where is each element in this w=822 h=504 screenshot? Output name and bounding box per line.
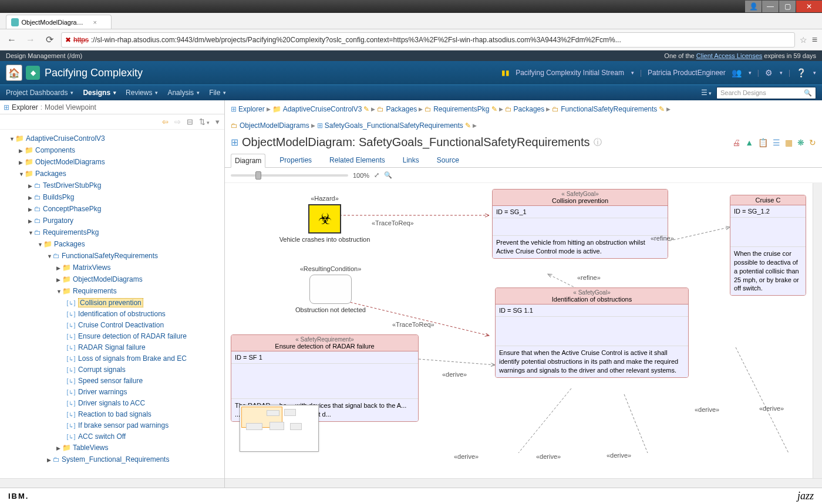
- refresh-icon[interactable]: ↻: [809, 138, 816, 147]
- vertical-scrollbar[interactable]: [813, 183, 822, 478]
- tree-tableviews[interactable]: ▶📁TableViews: [2, 442, 222, 454]
- tree-req-item[interactable]: [↳]ACC switch Off: [2, 431, 222, 442]
- chevron-down-icon[interactable]: ▾: [780, 70, 783, 76]
- tree-omd[interactable]: ▶📁ObjectModelDiagrams: [2, 157, 222, 168]
- tree-components[interactable]: ▶📁Components: [2, 145, 222, 157]
- info-icon[interactable]: ⓘ: [594, 137, 602, 148]
- horizontal-scrollbar[interactable]: [225, 478, 822, 488]
- tab-close-icon[interactable]: ×: [93, 19, 97, 26]
- view-menu-icon[interactable]: ☰▾: [701, 89, 712, 97]
- tab-links[interactable]: Links: [399, 154, 423, 167]
- tree-omd2[interactable]: ▶📁ObjectModelDiagrams: [2, 274, 222, 286]
- properties-icon[interactable]: ▦: [785, 138, 793, 147]
- sidebar-view-icon[interactable]: ⊞: [4, 103, 9, 111]
- help-icon[interactable]: ❔: [796, 68, 806, 77]
- sidebar-hscrollbar[interactable]: [0, 478, 224, 488]
- triangle-icon[interactable]: ▲: [745, 138, 753, 147]
- diagram-area[interactable]: «Hazard» ☣ Vehicle crashes into obstruct…: [225, 182, 822, 488]
- condition-node[interactable]: «ResultingCondition» Obstruction not det…: [284, 265, 378, 313]
- explorer-label[interactable]: Explorer: [12, 103, 38, 111]
- close-button[interactable]: ✕: [796, 1, 822, 12]
- tree-fsr[interactable]: ▼🗀FunctionalSafetyRequirements: [2, 251, 222, 262]
- tree-requirementspkg[interactable]: ▼🗀RequirementsPkg: [2, 227, 222, 239]
- list-icon[interactable]: ☰: [773, 138, 780, 147]
- zoom-slider[interactable]: [231, 174, 348, 177]
- sort-icon[interactable]: ⇅▾: [199, 117, 210, 126]
- back-button[interactable]: ←: [5, 33, 19, 47]
- zoom-magnify-icon[interactable]: 🔍: [384, 171, 392, 179]
- slider-thumb[interactable]: [255, 171, 261, 180]
- tree-pkg-item[interactable]: ▶🗀Purgatory: [2, 215, 222, 227]
- tree-req-item[interactable]: [↳]Identification of obstructions: [2, 309, 222, 320]
- tree-req-item[interactable]: [↳]Loss of signals from Brake and EC: [2, 353, 222, 364]
- bc-item[interactable]: SafetyGoals_FunctionalSafetyRequirements: [325, 119, 463, 132]
- viewpoint-label[interactable]: Model Viewpoint: [45, 103, 96, 111]
- collapse-icon[interactable]: ⊟: [187, 117, 193, 126]
- tree-req-item[interactable]: [↳]RADAR Signal failure: [2, 342, 222, 353]
- reload-button[interactable]: ⟳: [42, 33, 56, 47]
- search-input[interactable]: Search Designs 🔍: [716, 87, 816, 99]
- tree-pkg-item[interactable]: ▶🗀ConceptPhasePkg: [2, 204, 222, 215]
- menu-designs[interactable]: Designs▾: [83, 89, 116, 97]
- edit-icon[interactable]: ✎: [659, 103, 665, 116]
- copy-icon[interactable]: 📋: [758, 138, 768, 147]
- tree-pkg-item[interactable]: ▶🗀TestDriverStubPkg: [2, 180, 222, 192]
- safetygoal-collision[interactable]: « SafetyGoal»Collision prevention ID = S…: [492, 189, 668, 259]
- stream-name[interactable]: Pacifying Complexity Initial Stream: [516, 69, 624, 77]
- bc-item[interactable]: Packages: [386, 103, 417, 116]
- bc-item[interactable]: FunctionalSafetyRequirements: [561, 103, 657, 116]
- tree-root[interactable]: ▼📁AdaptiveCruiseControlV3: [2, 133, 222, 145]
- users-icon[interactable]: 👥: [732, 68, 742, 77]
- bookmark-icon[interactable]: ☆: [800, 35, 807, 45]
- tab-related[interactable]: Related Elements: [326, 154, 389, 167]
- bc-item[interactable]: RequirementsPkg: [433, 103, 489, 116]
- tree-req-packages[interactable]: ▼📁Packages: [2, 239, 222, 251]
- tree-pkg-item[interactable]: ▶🗀BuildsPkg: [2, 192, 222, 204]
- minimize-button[interactable]: —: [762, 1, 779, 12]
- bc-item[interactable]: AdaptiveCruiseControlV3: [283, 103, 362, 116]
- safetygoal-identification[interactable]: « SafetyGoal»Identification of obstructi…: [495, 287, 689, 378]
- tree-req-item[interactable]: [↳]Ensure detection of RADAR failure: [2, 331, 222, 342]
- nav-back-icon[interactable]: ⇦: [162, 117, 169, 126]
- browser-menu-icon[interactable]: ≡: [812, 35, 817, 45]
- maximize-button[interactable]: ▢: [779, 1, 796, 12]
- menu-analysis[interactable]: Analysis▾: [167, 89, 200, 97]
- tree-req-item[interactable]: [↳]Reaction to bad signals: [2, 409, 222, 420]
- tab-diagram[interactable]: Diagram: [231, 154, 265, 168]
- edit-icon[interactable]: ✎: [491, 103, 497, 116]
- tab-source[interactable]: Source: [433, 154, 463, 167]
- tab-properties[interactable]: Properties: [276, 154, 315, 167]
- menu-reviews[interactable]: Reviews▾: [126, 89, 158, 97]
- tree-req-item[interactable]: [↳]Driver warnings: [2, 387, 222, 398]
- chevron-down-icon[interactable]: ▾: [631, 70, 634, 76]
- username[interactable]: Patricia ProductEngineer: [648, 69, 726, 77]
- user-titlebar-icon[interactable]: 👤: [745, 1, 762, 12]
- gear-icon[interactable]: ⚙: [765, 68, 773, 77]
- chevron-down-icon[interactable]: ▾: [813, 70, 816, 76]
- chevron-down-icon[interactable]: ▾: [749, 70, 752, 76]
- search-icon[interactable]: 🔍: [804, 89, 812, 97]
- home-icon[interactable]: 🏠: [6, 65, 22, 81]
- print-icon[interactable]: 🖨: [732, 138, 740, 147]
- browser-tab[interactable]: ObjectModelDiagram: Saf ×: [6, 15, 112, 29]
- forward-button[interactable]: →: [23, 33, 38, 47]
- tree-req-item[interactable]: [↳]Speed sensor failure: [2, 376, 222, 387]
- tree-req-item[interactable]: [↳]If brake sensor pad warnings: [2, 420, 222, 431]
- tree-req-item[interactable]: [↳]Cruise Control Deactivation: [2, 320, 222, 331]
- tree-matrixviews[interactable]: ▶📁MatrixViews: [2, 262, 222, 274]
- tree-req-item[interactable]: [↳]Collision prevention: [2, 297, 222, 309]
- tree-req-item[interactable]: [↳]Corrupt signals: [2, 364, 222, 376]
- bc-item[interactable]: ObjectModelDiagrams: [240, 119, 309, 132]
- bc-item[interactable]: Explorer: [238, 103, 265, 116]
- license-link[interactable]: Client Access Licenses: [696, 52, 763, 59]
- menu-file[interactable]: File▾: [209, 89, 226, 97]
- tree-requirements[interactable]: ▼📁Requirements: [2, 286, 222, 297]
- nav-fwd-icon[interactable]: ⇨: [174, 117, 181, 126]
- tree-packages[interactable]: ▼📁Packages: [2, 168, 222, 180]
- hazard-node[interactable]: «Hazard» ☣ Vehicle crashes into obstruct…: [278, 195, 372, 243]
- edit-icon[interactable]: ✎: [465, 119, 471, 132]
- zoom-fit-icon[interactable]: ⤢: [374, 171, 379, 179]
- tree-sfr[interactable]: ▶🗀System_Functional_Requirements: [2, 454, 222, 466]
- tree-req-item[interactable]: [↳]Driver signals to ACC: [2, 398, 222, 409]
- edit-icon[interactable]: ✎: [363, 103, 369, 116]
